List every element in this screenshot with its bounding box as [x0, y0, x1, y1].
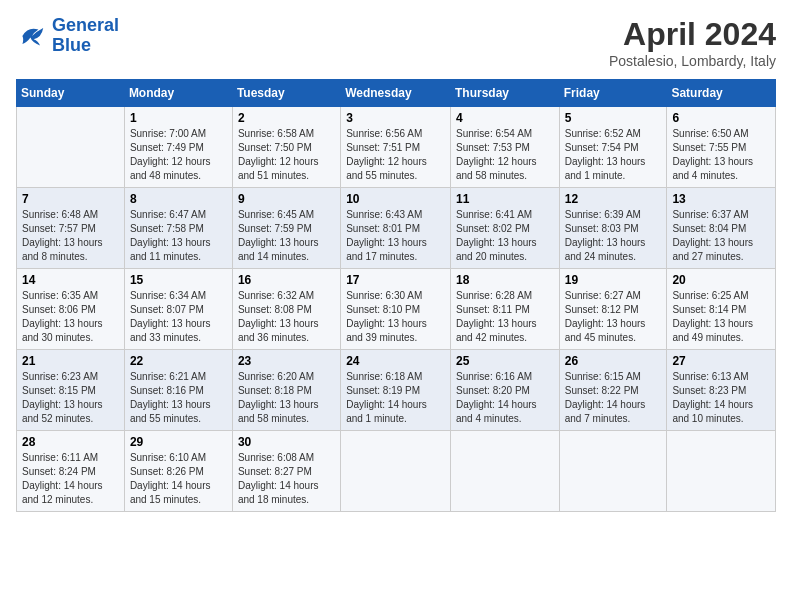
- day-number: 20: [672, 273, 770, 287]
- day-info: Sunrise: 6:37 AMSunset: 8:04 PMDaylight:…: [672, 208, 770, 264]
- day-number: 6: [672, 111, 770, 125]
- day-info: Sunrise: 6:08 AMSunset: 8:27 PMDaylight:…: [238, 451, 335, 507]
- day-info: Sunrise: 6:21 AMSunset: 8:16 PMDaylight:…: [130, 370, 227, 426]
- day-number: 13: [672, 192, 770, 206]
- calendar-cell: 8Sunrise: 6:47 AMSunset: 7:58 PMDaylight…: [124, 188, 232, 269]
- day-info: Sunrise: 6:48 AMSunset: 7:57 PMDaylight:…: [22, 208, 119, 264]
- calendar-cell: [341, 431, 451, 512]
- calendar-cell: 26Sunrise: 6:15 AMSunset: 8:22 PMDayligh…: [559, 350, 667, 431]
- page-header: General Blue April 2024 Postalesio, Lomb…: [16, 16, 776, 69]
- day-number: 12: [565, 192, 662, 206]
- calendar-day-header: Friday: [559, 80, 667, 107]
- day-number: 16: [238, 273, 335, 287]
- location: Postalesio, Lombardy, Italy: [609, 53, 776, 69]
- calendar-cell: [17, 107, 125, 188]
- day-number: 23: [238, 354, 335, 368]
- calendar-cell: 1Sunrise: 7:00 AMSunset: 7:49 PMDaylight…: [124, 107, 232, 188]
- calendar-cell: 12Sunrise: 6:39 AMSunset: 8:03 PMDayligh…: [559, 188, 667, 269]
- calendar-cell: 3Sunrise: 6:56 AMSunset: 7:51 PMDaylight…: [341, 107, 451, 188]
- calendar-cell: 4Sunrise: 6:54 AMSunset: 7:53 PMDaylight…: [450, 107, 559, 188]
- day-number: 28: [22, 435, 119, 449]
- calendar-header-row: SundayMondayTuesdayWednesdayThursdayFrid…: [17, 80, 776, 107]
- calendar-cell: 18Sunrise: 6:28 AMSunset: 8:11 PMDayligh…: [450, 269, 559, 350]
- calendar-cell: 15Sunrise: 6:34 AMSunset: 8:07 PMDayligh…: [124, 269, 232, 350]
- calendar-cell: 13Sunrise: 6:37 AMSunset: 8:04 PMDayligh…: [667, 188, 776, 269]
- day-number: 7: [22, 192, 119, 206]
- day-info: Sunrise: 6:52 AMSunset: 7:54 PMDaylight:…: [565, 127, 662, 183]
- day-number: 18: [456, 273, 554, 287]
- day-number: 30: [238, 435, 335, 449]
- day-info: Sunrise: 7:00 AMSunset: 7:49 PMDaylight:…: [130, 127, 227, 183]
- day-number: 10: [346, 192, 445, 206]
- day-number: 19: [565, 273, 662, 287]
- calendar-cell: 10Sunrise: 6:43 AMSunset: 8:01 PMDayligh…: [341, 188, 451, 269]
- day-number: 2: [238, 111, 335, 125]
- day-info: Sunrise: 6:47 AMSunset: 7:58 PMDaylight:…: [130, 208, 227, 264]
- day-info: Sunrise: 6:20 AMSunset: 8:18 PMDaylight:…: [238, 370, 335, 426]
- calendar-cell: 27Sunrise: 6:13 AMSunset: 8:23 PMDayligh…: [667, 350, 776, 431]
- day-info: Sunrise: 6:18 AMSunset: 8:19 PMDaylight:…: [346, 370, 445, 426]
- calendar-cell: 24Sunrise: 6:18 AMSunset: 8:19 PMDayligh…: [341, 350, 451, 431]
- day-info: Sunrise: 6:13 AMSunset: 8:23 PMDaylight:…: [672, 370, 770, 426]
- calendar-cell: 17Sunrise: 6:30 AMSunset: 8:10 PMDayligh…: [341, 269, 451, 350]
- calendar-day-header: Thursday: [450, 80, 559, 107]
- calendar-week-row: 21Sunrise: 6:23 AMSunset: 8:15 PMDayligh…: [17, 350, 776, 431]
- calendar-cell: 29Sunrise: 6:10 AMSunset: 8:26 PMDayligh…: [124, 431, 232, 512]
- day-info: Sunrise: 6:32 AMSunset: 8:08 PMDaylight:…: [238, 289, 335, 345]
- day-info: Sunrise: 6:58 AMSunset: 7:50 PMDaylight:…: [238, 127, 335, 183]
- calendar-cell: 19Sunrise: 6:27 AMSunset: 8:12 PMDayligh…: [559, 269, 667, 350]
- calendar-day-header: Tuesday: [232, 80, 340, 107]
- calendar-cell: 16Sunrise: 6:32 AMSunset: 8:08 PMDayligh…: [232, 269, 340, 350]
- calendar-cell: 2Sunrise: 6:58 AMSunset: 7:50 PMDaylight…: [232, 107, 340, 188]
- calendar-cell: 11Sunrise: 6:41 AMSunset: 8:02 PMDayligh…: [450, 188, 559, 269]
- day-info: Sunrise: 6:56 AMSunset: 7:51 PMDaylight:…: [346, 127, 445, 183]
- calendar-week-row: 28Sunrise: 6:11 AMSunset: 8:24 PMDayligh…: [17, 431, 776, 512]
- calendar-week-row: 14Sunrise: 6:35 AMSunset: 8:06 PMDayligh…: [17, 269, 776, 350]
- calendar-cell: 30Sunrise: 6:08 AMSunset: 8:27 PMDayligh…: [232, 431, 340, 512]
- day-info: Sunrise: 6:35 AMSunset: 8:06 PMDaylight:…: [22, 289, 119, 345]
- day-info: Sunrise: 6:54 AMSunset: 7:53 PMDaylight:…: [456, 127, 554, 183]
- calendar-cell: [559, 431, 667, 512]
- day-number: 5: [565, 111, 662, 125]
- day-number: 22: [130, 354, 227, 368]
- calendar-cell: 28Sunrise: 6:11 AMSunset: 8:24 PMDayligh…: [17, 431, 125, 512]
- day-info: Sunrise: 6:43 AMSunset: 8:01 PMDaylight:…: [346, 208, 445, 264]
- day-number: 25: [456, 354, 554, 368]
- day-info: Sunrise: 6:41 AMSunset: 8:02 PMDaylight:…: [456, 208, 554, 264]
- calendar-cell: 9Sunrise: 6:45 AMSunset: 7:59 PMDaylight…: [232, 188, 340, 269]
- day-info: Sunrise: 6:39 AMSunset: 8:03 PMDaylight:…: [565, 208, 662, 264]
- day-number: 27: [672, 354, 770, 368]
- calendar-cell: 20Sunrise: 6:25 AMSunset: 8:14 PMDayligh…: [667, 269, 776, 350]
- day-number: 24: [346, 354, 445, 368]
- day-number: 1: [130, 111, 227, 125]
- calendar-day-header: Wednesday: [341, 80, 451, 107]
- calendar-cell: [450, 431, 559, 512]
- month-title: April 2024: [609, 16, 776, 53]
- day-number: 15: [130, 273, 227, 287]
- day-info: Sunrise: 6:15 AMSunset: 8:22 PMDaylight:…: [565, 370, 662, 426]
- day-info: Sunrise: 6:16 AMSunset: 8:20 PMDaylight:…: [456, 370, 554, 426]
- day-number: 11: [456, 192, 554, 206]
- day-info: Sunrise: 6:34 AMSunset: 8:07 PMDaylight:…: [130, 289, 227, 345]
- day-number: 17: [346, 273, 445, 287]
- day-info: Sunrise: 6:10 AMSunset: 8:26 PMDaylight:…: [130, 451, 227, 507]
- calendar-day-header: Monday: [124, 80, 232, 107]
- calendar-cell: 22Sunrise: 6:21 AMSunset: 8:16 PMDayligh…: [124, 350, 232, 431]
- day-number: 26: [565, 354, 662, 368]
- title-block: April 2024 Postalesio, Lombardy, Italy: [609, 16, 776, 69]
- day-number: 3: [346, 111, 445, 125]
- day-info: Sunrise: 6:11 AMSunset: 8:24 PMDaylight:…: [22, 451, 119, 507]
- day-number: 9: [238, 192, 335, 206]
- day-number: 21: [22, 354, 119, 368]
- day-info: Sunrise: 6:45 AMSunset: 7:59 PMDaylight:…: [238, 208, 335, 264]
- calendar-week-row: 7Sunrise: 6:48 AMSunset: 7:57 PMDaylight…: [17, 188, 776, 269]
- day-info: Sunrise: 6:27 AMSunset: 8:12 PMDaylight:…: [565, 289, 662, 345]
- calendar-cell: 6Sunrise: 6:50 AMSunset: 7:55 PMDaylight…: [667, 107, 776, 188]
- day-info: Sunrise: 6:50 AMSunset: 7:55 PMDaylight:…: [672, 127, 770, 183]
- day-info: Sunrise: 6:25 AMSunset: 8:14 PMDaylight:…: [672, 289, 770, 345]
- calendar-cell: 25Sunrise: 6:16 AMSunset: 8:20 PMDayligh…: [450, 350, 559, 431]
- calendar-table: SundayMondayTuesdayWednesdayThursdayFrid…: [16, 79, 776, 512]
- day-number: 14: [22, 273, 119, 287]
- calendar-cell: [667, 431, 776, 512]
- calendar-day-header: Sunday: [17, 80, 125, 107]
